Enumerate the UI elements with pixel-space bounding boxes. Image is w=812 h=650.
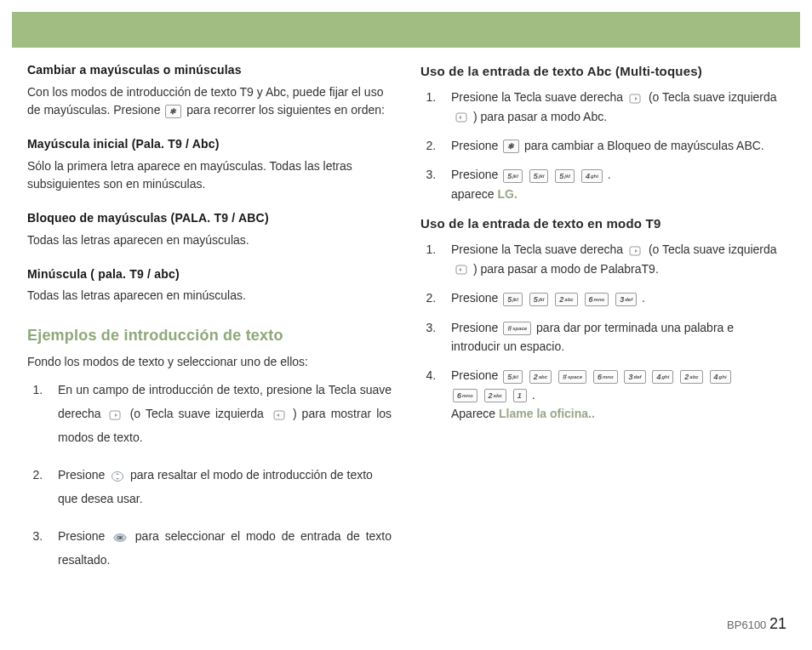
key-5: 5jkl [503, 169, 523, 183]
heading-case-toggle: Cambiar a mayúsculas o minúsculas [27, 61, 392, 80]
list-item: Presione ✱ para cambiar a Bloqueo de may… [439, 136, 785, 155]
svg-text:OK: OK [117, 536, 123, 540]
key-5: 5jkl [529, 169, 549, 183]
hash-key-icon: #space [503, 322, 531, 335]
heading-abc-entry: Uso de la entrada de texto Abc (Multi-to… [420, 61, 785, 81]
paragraph: Sólo la primera letra aparece en mayúscu… [27, 157, 392, 194]
result-text: LG. [497, 187, 517, 201]
page-footer: BP6100 21 [727, 615, 786, 633]
right-softkey-icon [109, 409, 123, 421]
paragraph: Todas las letras aparecen en mayúsculas. [27, 231, 392, 250]
result-text: Llame la oficina.. [499, 407, 595, 420]
example-steps-list: En un campo de introducción de texto, pr… [27, 378, 392, 572]
nav-key-icon [111, 470, 124, 482]
list-item: Presione 5jkl 5jkl 5jkl 4ghi . aparece L… [439, 165, 785, 203]
key-6: 6mno [453, 389, 477, 402]
key-1: 1 [513, 389, 527, 402]
list-item: En un campo de introducción de texto, pr… [46, 378, 392, 449]
header-banner [12, 12, 800, 48]
key-5: 5jkl [503, 293, 523, 306]
key-5: 5jkl [503, 370, 523, 384]
key-2: 2abc [555, 293, 577, 306]
key-4: 4ghi [581, 169, 603, 183]
star-key-icon: ✱ [165, 105, 181, 118]
heading-caps-lock: Bloqueo de mayúsculas (PALA. T9 / ABC) [27, 209, 392, 228]
key-2: 2abc [484, 389, 506, 402]
page-number: 21 [769, 615, 786, 632]
left-softkey-icon [454, 264, 467, 276]
left-softkey-icon [272, 409, 285, 421]
paragraph: Todas las letras aparecen en minúsculas. [27, 287, 392, 305]
left-column: Cambiar a mayúsculas o minúsculas Con lo… [27, 56, 392, 585]
ok-key-icon: OK [113, 532, 127, 544]
model-number: BP6100 [727, 619, 766, 631]
key-2: 2abc [680, 370, 702, 384]
list-item: Presione la Tecla suave derecha (o Tecla… [439, 88, 785, 126]
key-3: 3def [624, 370, 645, 384]
star-key-icon: ✱ [503, 140, 519, 153]
left-softkey-icon [454, 111, 467, 123]
key-4: 4ghi [652, 370, 673, 384]
right-column: Uso de la entrada de texto Abc (Multi-to… [420, 56, 785, 585]
paragraph: Fondo los modos de texto y seleccionar u… [27, 353, 392, 372]
key-5: 5jkl [529, 293, 549, 306]
key-5: 5jkl [555, 169, 575, 183]
key-4: 4ghi [710, 370, 731, 384]
key-6: 6mno [593, 370, 618, 384]
section-heading-examples: Ejemplos de introducción de texto [27, 324, 392, 348]
heading-lowercase: Minúscula ( pala. T9 / abc) [27, 265, 392, 284]
paragraph: Con los modos de introducción de texto T… [27, 83, 392, 120]
key-6: 6mno [585, 293, 609, 306]
t9-steps-list: Presione la Tecla suave derecha (o Tecla… [420, 240, 785, 423]
key-2: 2abc [529, 370, 552, 384]
list-item: Presione 5jkl 5jkl 2abc 6mno 3def . [439, 288, 785, 307]
list-item: Presione la Tecla suave derecha (o Tecla… [439, 240, 785, 278]
abc-steps-list: Presione la Tecla suave derecha (o Tecla… [420, 88, 785, 203]
key-3: 3def [615, 293, 637, 306]
right-softkey-icon [629, 245, 643, 257]
right-softkey-icon [629, 93, 643, 105]
list-item: Presione para resaltar el modo de introd… [46, 463, 392, 510]
list-item: Presione 5jkl 2abc #space 6mno 3def 4ghi… [439, 366, 785, 423]
hash-key-icon: #space [558, 370, 586, 384]
list-item: Presione #space para dar por terminada u… [439, 318, 785, 356]
heading-initial-cap: Mayúscula inicial (Pala. T9 / Abc) [27, 135, 392, 154]
heading-t9-entry: Uso de la entrada de texto en modo T9 [420, 214, 785, 233]
list-item: Presione OK para seleccionar el modo de … [46, 524, 392, 572]
